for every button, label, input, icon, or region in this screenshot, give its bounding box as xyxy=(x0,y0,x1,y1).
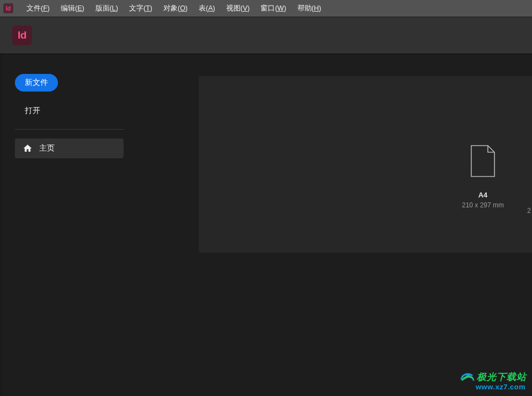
preset-a4-dimensions: 210 x 297 mm xyxy=(447,201,519,209)
sidebar: 新文件 打开 主页 xyxy=(3,54,127,396)
preset-panel: A4 210 x 297 mm 2 xyxy=(199,76,532,253)
menu-edit[interactable]: 编辑(E) xyxy=(55,0,90,17)
brand-bar: Id xyxy=(0,17,532,54)
preset-a4[interactable]: A4 210 x 297 mm xyxy=(447,145,519,209)
open-button[interactable]: 打开 xyxy=(15,103,50,119)
app-icon-glyph: Id xyxy=(6,6,11,12)
home-icon xyxy=(23,143,33,153)
menu-type[interactable]: 文字(T) xyxy=(124,0,158,17)
content-area: A4 210 x 297 mm 2 xyxy=(127,54,532,396)
document-icon xyxy=(470,145,496,178)
indesign-logo-icon: Id xyxy=(12,25,32,45)
open-label: 打开 xyxy=(25,106,40,115)
sidebar-item-home-label: 主页 xyxy=(39,143,55,153)
preset-a4-title: A4 xyxy=(447,191,519,199)
menu-view[interactable]: 视图(V) xyxy=(221,0,256,17)
preset-more-hint: 2 xyxy=(527,207,531,215)
sidebar-item-home[interactable]: 主页 xyxy=(15,138,124,158)
menu-layout[interactable]: 版面(L) xyxy=(90,0,124,17)
main-area: 新文件 打开 主页 A4 210 x 297 mm xyxy=(3,54,532,396)
indesign-logo-text: Id xyxy=(18,29,26,41)
menu-table[interactable]: 表(A) xyxy=(193,0,221,17)
menubar: Id 文件(F) 编辑(E) 版面(L) 文字(T) 对象(O) 表(A) 视图… xyxy=(0,0,532,17)
menu-file[interactable]: 文件(F) xyxy=(21,0,55,17)
menu-help[interactable]: 帮助(H) xyxy=(292,0,327,17)
new-file-button[interactable]: 新文件 xyxy=(15,74,58,92)
new-file-label: 新文件 xyxy=(25,78,48,88)
sidebar-divider xyxy=(15,129,124,130)
menu-window[interactable]: 窗口(W) xyxy=(255,0,291,17)
app-icon: Id xyxy=(3,3,13,13)
menu-object[interactable]: 对象(O) xyxy=(158,0,193,17)
